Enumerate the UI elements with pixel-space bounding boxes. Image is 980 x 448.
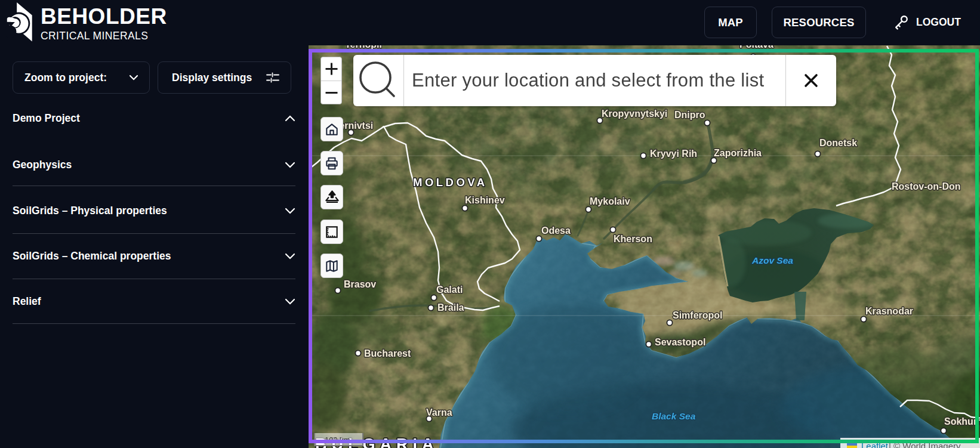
svg-text:Braila: Braila [437, 302, 464, 313]
svg-text:Sokhumi: Sokhumi [944, 416, 980, 427]
svg-text:Kishinev: Kishinev [465, 195, 505, 205]
svg-text:Odesa: Odesa [541, 225, 571, 236]
svg-text:Kherson: Kherson [614, 234, 652, 244]
svg-text:Mykolaiv: Mykolaiv [590, 196, 630, 206]
svg-text:Kryvyi Rih: Kryvyi Rih [650, 149, 697, 159]
svg-text:Poltava: Poltava [739, 45, 773, 50]
svg-text:Kropyvnytskyi: Kropyvnytskyi [602, 109, 667, 119]
svg-text:Bucharest: Bucharest [364, 348, 411, 359]
svg-text:Ternopil: Ternopil [345, 45, 382, 50]
svg-text:Dnipro: Dnipro [674, 110, 705, 120]
svg-text:Krasnodar: Krasnodar [865, 306, 913, 316]
svg-text:Rostov-on-Don: Rostov-on-Don [892, 181, 961, 191]
svg-text:Sevastopol: Sevastopol [655, 337, 705, 347]
svg-text:| © World Imagery: | © World Imagery [889, 441, 961, 448]
svg-text:Azov Sea: Azov Sea [751, 255, 793, 265]
svg-text:Galati: Galati [436, 285, 463, 295]
svg-text:Brasov: Brasov [344, 279, 376, 289]
svg-text:MOLDOVA: MOLDOVA [413, 176, 488, 189]
svg-text:Leaflet: Leaflet [861, 441, 889, 448]
svg-text:100 km: 100 km [325, 435, 350, 444]
svg-text:Black Sea: Black Sea [652, 411, 696, 421]
svg-text:Donetsk: Donetsk [819, 138, 857, 148]
svg-text:Simferopol: Simferopol [673, 310, 723, 320]
svg-text:Zaporizhia: Zaporizhia [714, 148, 762, 158]
